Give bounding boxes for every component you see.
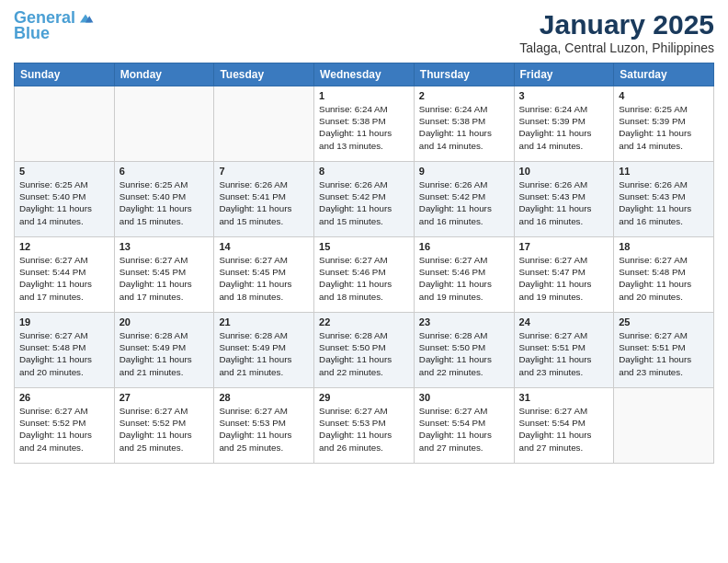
calendar-cell: 14Sunrise: 6:27 AM Sunset: 5:45 PM Dayli… [214,237,314,313]
day-info: Sunrise: 6:27 AM Sunset: 5:48 PM Dayligh… [19,329,109,378]
day-number: 2 [419,90,509,101]
calendar-cell: 10Sunrise: 6:26 AM Sunset: 5:43 PM Dayli… [514,162,614,237]
calendar-cell: 5Sunrise: 6:25 AM Sunset: 5:40 PM Daylig… [15,162,115,237]
calendar-cell [214,86,314,162]
day-number: 24 [519,316,609,327]
day-number: 17 [519,241,609,252]
day-number: 1 [319,90,409,101]
col-wednesday: Wednesday [314,63,415,86]
logo-icon [77,10,94,27]
day-number: 22 [319,316,409,327]
calendar-cell: 23Sunrise: 6:28 AM Sunset: 5:50 PM Dayli… [414,313,514,388]
day-number: 29 [319,392,409,403]
day-info: Sunrise: 6:26 AM Sunset: 5:42 PM Dayligh… [419,178,509,227]
calendar-cell: 12Sunrise: 6:27 AM Sunset: 5:44 PM Dayli… [15,237,115,313]
subtitle: Talaga, Central Luzon, Philippines [519,40,714,55]
day-info: Sunrise: 6:24 AM Sunset: 5:38 PM Dayligh… [319,103,409,152]
day-info: Sunrise: 6:25 AM Sunset: 5:40 PM Dayligh… [19,178,109,227]
calendar-week-5: 26Sunrise: 6:27 AM Sunset: 5:52 PM Dayli… [15,388,714,464]
day-info: Sunrise: 6:28 AM Sunset: 5:49 PM Dayligh… [119,329,210,378]
calendar-week-1: 1Sunrise: 6:24 AM Sunset: 5:38 PM Daylig… [15,86,714,162]
calendar-cell: 3Sunrise: 6:24 AM Sunset: 5:39 PM Daylig… [514,86,614,162]
calendar-cell: 26Sunrise: 6:27 AM Sunset: 5:52 PM Dayli… [15,388,115,464]
day-number: 16 [419,241,509,252]
day-number: 31 [519,392,609,403]
calendar-cell: 19Sunrise: 6:27 AM Sunset: 5:48 PM Dayli… [15,313,115,388]
calendar-cell: 11Sunrise: 6:26 AM Sunset: 5:43 PM Dayli… [614,162,714,237]
day-info: Sunrise: 6:27 AM Sunset: 5:46 PM Dayligh… [419,254,509,303]
day-info: Sunrise: 6:28 AM Sunset: 5:50 PM Dayligh… [419,329,509,378]
day-number: 21 [219,316,309,327]
day-info: Sunrise: 6:26 AM Sunset: 5:41 PM Dayligh… [219,178,309,227]
calendar-cell: 21Sunrise: 6:28 AM Sunset: 5:49 PM Dayli… [214,313,314,388]
col-monday: Monday [114,63,214,86]
day-info: Sunrise: 6:25 AM Sunset: 5:40 PM Dayligh… [119,178,210,227]
day-info: Sunrise: 6:27 AM Sunset: 5:48 PM Dayligh… [619,254,709,303]
calendar-cell: 16Sunrise: 6:27 AM Sunset: 5:46 PM Dayli… [414,237,514,313]
calendar-cell: 24Sunrise: 6:27 AM Sunset: 5:51 PM Dayli… [514,313,614,388]
day-number: 8 [319,166,409,177]
day-number: 27 [119,392,210,403]
calendar-cell: 30Sunrise: 6:27 AM Sunset: 5:54 PM Dayli… [414,388,514,464]
day-info: Sunrise: 6:27 AM Sunset: 5:51 PM Dayligh… [519,329,609,378]
calendar-cell: 8Sunrise: 6:26 AM Sunset: 5:42 PM Daylig… [314,162,415,237]
day-number: 30 [419,392,509,403]
calendar-cell: 25Sunrise: 6:27 AM Sunset: 5:51 PM Dayli… [614,313,714,388]
day-number: 6 [119,166,210,177]
day-info: Sunrise: 6:25 AM Sunset: 5:39 PM Dayligh… [619,103,709,152]
calendar-cell: 18Sunrise: 6:27 AM Sunset: 5:48 PM Dayli… [614,237,714,313]
calendar-cell [114,86,214,162]
calendar-header-row: Sunday Monday Tuesday Wednesday Thursday… [15,63,714,86]
day-number: 10 [519,166,609,177]
day-info: Sunrise: 6:26 AM Sunset: 5:42 PM Dayligh… [319,178,409,227]
day-info: Sunrise: 6:27 AM Sunset: 5:51 PM Dayligh… [619,329,709,378]
logo: General Blue [14,9,94,43]
day-info: Sunrise: 6:27 AM Sunset: 5:47 PM Dayligh… [519,254,609,303]
day-number: 5 [19,166,109,177]
col-thursday: Thursday [414,63,514,86]
calendar-week-3: 12Sunrise: 6:27 AM Sunset: 5:44 PM Dayli… [15,237,714,313]
day-info: Sunrise: 6:24 AM Sunset: 5:39 PM Dayligh… [519,103,609,152]
day-number: 9 [419,166,509,177]
day-info: Sunrise: 6:24 AM Sunset: 5:38 PM Dayligh… [419,103,509,152]
page: General Blue January 2025 Talaga, Centra… [0,0,728,563]
day-number: 28 [219,392,309,403]
day-info: Sunrise: 6:27 AM Sunset: 5:45 PM Dayligh… [119,254,210,303]
day-number: 3 [519,90,609,101]
day-info: Sunrise: 6:27 AM Sunset: 5:44 PM Dayligh… [19,254,109,303]
day-info: Sunrise: 6:28 AM Sunset: 5:50 PM Dayligh… [319,329,409,378]
day-number: 14 [219,241,309,252]
col-saturday: Saturday [614,63,714,86]
day-number: 12 [19,241,109,252]
calendar-cell: 15Sunrise: 6:27 AM Sunset: 5:46 PM Dayli… [314,237,415,313]
calendar-cell: 31Sunrise: 6:27 AM Sunset: 5:54 PM Dayli… [514,388,614,464]
day-number: 13 [119,241,210,252]
day-info: Sunrise: 6:26 AM Sunset: 5:43 PM Dayligh… [519,178,609,227]
day-info: Sunrise: 6:27 AM Sunset: 5:45 PM Dayligh… [219,254,309,303]
title-area: January 2025 Talaga, Central Luzon, Phil… [519,9,714,55]
day-number: 11 [619,166,709,177]
calendar-cell: 4Sunrise: 6:25 AM Sunset: 5:39 PM Daylig… [614,86,714,162]
day-number: 20 [119,316,210,327]
calendar-table: Sunday Monday Tuesday Wednesday Thursday… [14,63,714,464]
calendar-cell: 28Sunrise: 6:27 AM Sunset: 5:53 PM Dayli… [214,388,314,464]
calendar-cell: 6Sunrise: 6:25 AM Sunset: 5:40 PM Daylig… [114,162,214,237]
day-number: 18 [619,241,709,252]
day-number: 26 [19,392,109,403]
calendar-cell: 17Sunrise: 6:27 AM Sunset: 5:47 PM Dayli… [514,237,614,313]
day-number: 15 [319,241,409,252]
col-tuesday: Tuesday [214,63,314,86]
calendar-cell [15,86,115,162]
col-sunday: Sunday [15,63,115,86]
calendar-cell: 29Sunrise: 6:27 AM Sunset: 5:53 PM Dayli… [314,388,415,464]
day-info: Sunrise: 6:27 AM Sunset: 5:52 PM Dayligh… [19,405,109,454]
calendar-cell: 7Sunrise: 6:26 AM Sunset: 5:41 PM Daylig… [214,162,314,237]
day-number: 7 [219,166,309,177]
calendar-week-2: 5Sunrise: 6:25 AM Sunset: 5:40 PM Daylig… [15,162,714,237]
header: General Blue January 2025 Talaga, Centra… [14,9,714,55]
day-info: Sunrise: 6:26 AM Sunset: 5:43 PM Dayligh… [619,178,709,227]
calendar-cell: 22Sunrise: 6:28 AM Sunset: 5:50 PM Dayli… [314,313,415,388]
calendar-week-4: 19Sunrise: 6:27 AM Sunset: 5:48 PM Dayli… [15,313,714,388]
day-info: Sunrise: 6:27 AM Sunset: 5:53 PM Dayligh… [319,405,409,454]
col-friday: Friday [514,63,614,86]
